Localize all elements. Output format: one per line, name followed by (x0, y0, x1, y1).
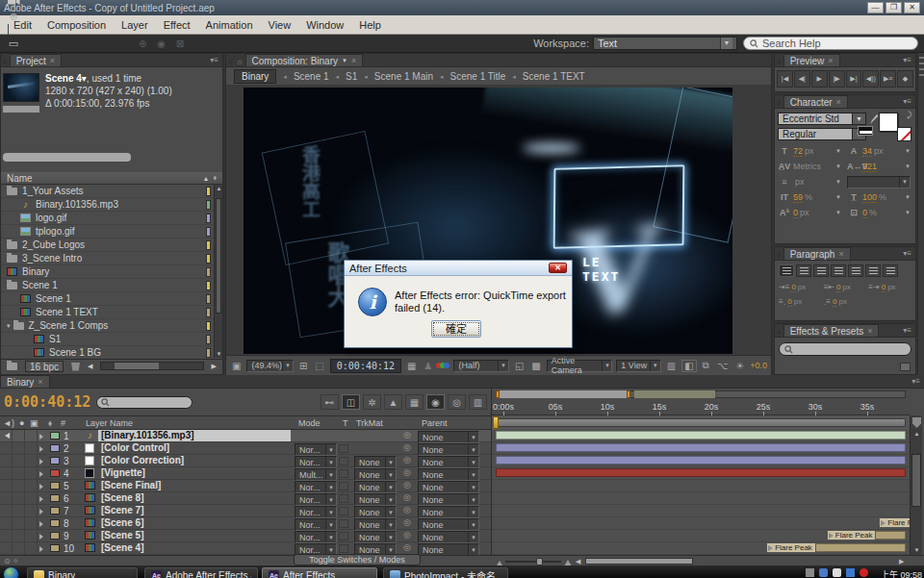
menu-item-help[interactable]: Help (351, 17, 389, 33)
layer-name[interactable]: [Binary.101356.mp3] (98, 430, 291, 441)
menu-item-window[interactable]: Window (298, 17, 351, 33)
scroll-down-icon[interactable]: ▼ (911, 547, 923, 553)
tracking-value[interactable]: 321 (862, 162, 877, 172)
audio-video-cell[interactable] (0, 492, 13, 504)
timeline-layer-row[interactable]: 3[Color Correction]Nor...▼None▼◎None▼ (0, 455, 491, 467)
preserve-transparency-cell[interactable] (339, 532, 348, 540)
lock-cell[interactable] (25, 492, 38, 504)
scrollbar-thumb[interactable] (216, 198, 221, 314)
layer-name[interactable]: [Scene 4] (98, 542, 146, 554)
label-color-chip[interactable] (50, 482, 60, 490)
audio-button[interactable]: ◀)) (862, 70, 879, 88)
chevron-down-icon[interactable]: ▼ (835, 148, 843, 154)
play-button[interactable]: ▶ (811, 70, 828, 88)
audio-video-cell[interactable] (0, 517, 13, 529)
preserve-transparency-cell[interactable] (339, 544, 348, 553)
label-color-chip[interactable] (50, 544, 60, 552)
timeline-scrollbar[interactable]: ▲ ▼ (910, 415, 922, 555)
close-icon[interactable]: × (351, 56, 356, 65)
preserve-transparency-cell[interactable] (339, 444, 348, 453)
magnification-dropdown[interactable]: (49.4%)▼ (246, 360, 294, 372)
timeline-layer-row[interactable]: 2[Color Control]Nor...▼◎None▼ (0, 442, 491, 455)
breadcrumb-item-1[interactable]: Scene 1 (294, 71, 329, 82)
expand-arrow-icon[interactable] (39, 546, 46, 552)
lock-cell[interactable] (25, 455, 38, 466)
fast-previews-icon[interactable]: ◧ (681, 360, 696, 372)
solo-cell[interactable] (13, 492, 25, 504)
scroll-down-icon[interactable]: ▼ (215, 351, 223, 357)
scroll-up-icon[interactable]: ▲ (215, 186, 223, 191)
previous-frame-button[interactable]: ◀| (794, 70, 810, 88)
parent-pickwhip-icon[interactable]: ◎ (403, 517, 411, 527)
new-folder-icon[interactable] (7, 363, 17, 370)
layer-duration-bar[interactable] (496, 431, 906, 440)
current-time-indicator[interactable] (493, 416, 499, 429)
character-tracking[interactable]: A↔V321▼ (847, 160, 912, 173)
parent-pickwhip-icon[interactable]: ◎ (403, 480, 411, 490)
solo-cell[interactable] (13, 517, 25, 529)
timeline-search-input[interactable] (96, 396, 192, 409)
space-before-value[interactable]: 0 (787, 297, 791, 307)
chevron-down-icon[interactable]: ▼ (835, 163, 843, 169)
project-item[interactable]: 3_Scene Intro (1, 252, 214, 265)
label-color-chip[interactable] (206, 348, 211, 358)
project-item[interactable]: Scene 1 BG (1, 346, 214, 358)
label-color-chip[interactable] (50, 532, 60, 540)
effects-search-input[interactable] (779, 342, 911, 356)
scrollbar-thumb[interactable] (911, 454, 921, 507)
timeline-hscrollbar[interactable] (585, 558, 693, 565)
character-kerning[interactable]: A̲VMetrics▼ (778, 160, 843, 173)
character-leading[interactable]: A34px▼ (847, 144, 912, 158)
live-update-icon[interactable]: ✲ (363, 394, 381, 410)
layer-marker-flag[interactable]: Flare Peak (766, 542, 816, 553)
expand-arrow-icon[interactable] (39, 509, 46, 515)
label-color-chip[interactable] (206, 240, 211, 250)
transparency-grid-icon[interactable]: ▩ (529, 361, 542, 371)
chevron-down-icon[interactable]: ▼ (905, 210, 912, 215)
parent-pickwhip-icon[interactable]: ◎ (403, 505, 411, 515)
panel-grip[interactable]: ≡ (226, 58, 235, 66)
panel-menu-icon[interactable]: ▾≡ (899, 324, 915, 337)
taskbar-item[interactable]: AeAdobe After Effects - (144, 567, 258, 578)
lock-cell[interactable] (25, 505, 38, 516)
timeline-layer-row[interactable]: 6[Scene 8]Nor...▼None▼◎None▼ (0, 492, 491, 505)
character-font-size[interactable]: T72px▼ (778, 144, 843, 158)
tsume-value[interactable]: 0 (862, 208, 867, 218)
paragraph-space-after[interactable]: ˯≡0px (824, 295, 867, 308)
last-frame-button[interactable]: ▶| (846, 70, 862, 88)
parent-pickwhip-icon[interactable]: ◎ (403, 492, 411, 502)
pan-behind-tool[interactable]: ⊕ (4, 9, 23, 24)
preserve-transparency-cell[interactable] (339, 469, 348, 478)
audio-video-cell[interactable] (0, 442, 13, 454)
timeline-layer-row[interactable]: 9[Scene 5]Nor...▼None▼◎None▼ (0, 530, 491, 542)
channels-icon[interactable] (438, 363, 449, 368)
justify-last-right-button[interactable] (865, 264, 881, 277)
timeline-layer-row[interactable]: 7[Scene 7]Nor...▼None▼◎None▼ (0, 505, 491, 517)
indent-left-margin-value[interactable]: 0 (791, 283, 795, 292)
solo-cell[interactable] (13, 442, 25, 454)
lock-cell[interactable] (25, 467, 38, 479)
character-baseline-shift[interactable]: Aª0px▼ (778, 206, 843, 219)
breadcrumb-item-2[interactable]: S1 (346, 71, 357, 82)
close-icon[interactable]: × (50, 56, 55, 65)
audio-video-cell[interactable] (0, 530, 13, 541)
exposure-reset-icon[interactable]: ☀ (733, 361, 746, 371)
menu-item-effect[interactable]: Effect (156, 17, 198, 33)
timeline-button-icon[interactable]: ⧉ (701, 360, 711, 371)
workspace-dropdown[interactable]: Text ▼ (593, 37, 737, 50)
label-color-chip[interactable] (206, 214, 211, 223)
expand-arrow-icon[interactable] (39, 521, 46, 527)
project-item[interactable]: 1_Your Assets (1, 185, 214, 198)
tray-icon[interactable] (819, 568, 828, 577)
dialog-title-bar[interactable]: After Effects ✕ (345, 261, 572, 276)
start-button[interactable] (3, 566, 19, 578)
paragraph-space-before[interactable]: ≡˯0px (779, 295, 822, 308)
solo-cell[interactable] (13, 455, 25, 466)
breadcrumb-item-4[interactable]: Scene 1 Title (450, 71, 506, 82)
project-scrollbar[interactable]: ▲ ▼ (214, 185, 222, 358)
label-color-chip[interactable] (50, 494, 60, 502)
timeline-navigator[interactable] (492, 389, 910, 401)
shy-layers-icon[interactable]: ▲ (384, 394, 402, 410)
layer-duration-bar[interactable] (496, 443, 906, 452)
project-item[interactable]: tplogo.gif (1, 225, 214, 239)
